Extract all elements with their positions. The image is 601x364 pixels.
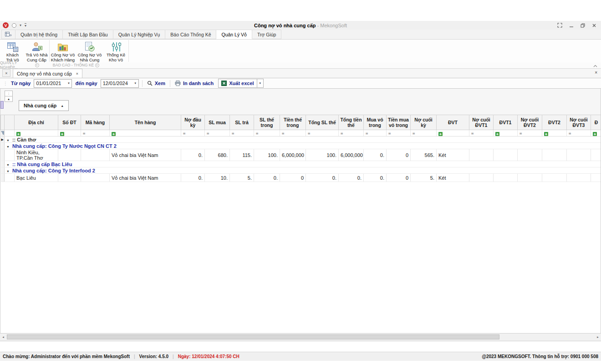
- text-filter-icon[interactable]: a: [438, 132, 443, 136]
- collapse-triangle-icon[interactable]: ▼: [6, 139, 10, 142]
- cell-sl-mua[interactable]: 680.: [205, 149, 230, 161]
- export-excel-button[interactable]: Xuất excel: [219, 79, 256, 87]
- cell-empty[interactable]: [518, 149, 542, 161]
- cell-mua-vo-trong[interactable]: 0.: [364, 149, 387, 161]
- filter-cell[interactable]: =: [469, 130, 494, 136]
- cell-sl-the-trong[interactable]: 100.: [254, 149, 280, 161]
- cell-tien-the-trong[interactable]: 0: [280, 174, 306, 182]
- col-header-sl-the-trong[interactable]: SL thế trong: [254, 115, 280, 130]
- filter-cell[interactable]: =: [306, 130, 339, 136]
- filter-cell-ma-hang[interactable]: =: [81, 130, 110, 136]
- equals-filter-icon[interactable]: =: [256, 131, 258, 136]
- col-header-dvt1[interactable]: ĐVT1: [494, 115, 518, 130]
- tab-application-menu[interactable]: [1, 30, 15, 39]
- from-date-input[interactable]: 01/01/2021 ▼: [34, 79, 72, 88]
- cell-empty[interactable]: [494, 149, 518, 161]
- filter-cell[interactable]: =: [339, 130, 364, 136]
- chevron-down-icon[interactable]: ▼: [66, 80, 71, 87]
- filter-cell[interactable]: a: [591, 130, 601, 136]
- col-header-no-cuoi-dvt1[interactable]: Nợ cuối ĐVT1: [469, 115, 494, 130]
- group-row-cell[interactable]: ▼:: Cần thơ: [5, 136, 601, 143]
- text-filter-icon[interactable]: a: [495, 132, 499, 136]
- equals-filter-icon[interactable]: =: [471, 131, 474, 136]
- col-header-no-dau-ky[interactable]: Nợ đầu kỳ: [181, 115, 205, 130]
- view-button[interactable]: Xem: [146, 81, 167, 86]
- fullscreen-icon[interactable]: [557, 23, 562, 28]
- cell-tien-mua-vo-trong[interactable]: 0: [387, 149, 411, 161]
- tra-vo-nha-cung-cap-button[interactable]: Trả Vỏ Nhà Cung Cấp: [25, 40, 49, 62]
- close-tab-icon[interactable]: ×: [76, 71, 78, 76]
- col-header-sl-mua[interactable]: SL mua: [205, 115, 230, 130]
- col-header-tong-tien-the[interactable]: Tổng tiền thế: [339, 115, 364, 130]
- filter-cell[interactable]: =: [411, 130, 437, 136]
- dialog-launcher-icon[interactable]: [35, 63, 39, 67]
- tab-thiet-lap-ban-dau[interactable]: Thiết Lập Ban Đầu: [63, 30, 113, 39]
- col-header-ma-hang[interactable]: Mã hàng: [81, 115, 110, 130]
- scrollbar-thumb[interactable]: [7, 334, 499, 339]
- close-icon[interactable]: ×: [595, 70, 597, 75]
- cell-empty[interactable]: [591, 174, 601, 182]
- col-header-tien-the-trong[interactable]: Tiền thế trong: [280, 115, 306, 130]
- tab-tro-giup[interactable]: Trợ Giúp: [252, 30, 282, 39]
- cell-empty[interactable]: [494, 174, 518, 182]
- cell-tong-tien-the[interactable]: 6,000,000: [339, 149, 364, 161]
- text-filter-icon[interactable]: a: [16, 132, 20, 136]
- cell-dia-chi[interactable]: Bạc Liêu: [15, 174, 58, 182]
- mekongsoft-logo-icon[interactable]: V: [3, 22, 9, 28]
- collapse-triangle-icon[interactable]: ▼: [6, 163, 10, 167]
- col-header-so-dt[interactable]: Số ĐT: [58, 115, 81, 130]
- text-filter-icon[interactable]: a: [544, 132, 548, 136]
- cell-dia-chi[interactable]: Ninh Kiều,TP.Cần Thơ: [15, 149, 58, 161]
- col-header-sl-tra[interactable]: SL trả: [230, 115, 254, 130]
- group-chip-nha-cung-cap[interactable]: Nhà cung cấp ▲: [19, 100, 69, 111]
- filter-cell[interactable]: =: [364, 130, 387, 136]
- cell-no-dau-ky[interactable]: 0.: [181, 174, 205, 182]
- equals-filter-icon[interactable]: =: [282, 131, 284, 136]
- tab-quan-tri-he-thong[interactable]: Quản trị hệ thống: [15, 30, 63, 39]
- cell-empty[interactable]: [567, 149, 591, 161]
- filter-cell-so-dt[interactable]: a: [58, 130, 81, 136]
- filter-cell[interactable]: =: [254, 130, 280, 136]
- col-header-ten-hang[interactable]: Tên hàng: [110, 115, 181, 130]
- col-header-no-cuoi-dvt3[interactable]: Nợ cuối ĐVT3: [567, 115, 591, 130]
- excel-dropdown-icon[interactable]: ▼: [257, 79, 263, 87]
- filter-cell[interactable]: [5, 130, 15, 136]
- equals-filter-icon[interactable]: =: [366, 131, 368, 136]
- cell-sl-the-trong[interactable]: 0.: [254, 174, 280, 182]
- close-icon[interactable]: [592, 23, 596, 28]
- scroll-left-icon[interactable]: ◄: [0, 334, 6, 339]
- to-date-input[interactable]: 12/01/2024 ▼: [101, 79, 139, 88]
- cell-empty[interactable]: [567, 174, 591, 182]
- record-circle-icon[interactable]: [12, 23, 16, 28]
- tab-quan-ly-vo[interactable]: Quản Lý Vỏ: [216, 30, 252, 39]
- scroll-right-icon[interactable]: ►: [595, 334, 601, 339]
- equals-filter-icon[interactable]: =: [183, 131, 185, 136]
- cell-dvt[interactable]: Két: [437, 174, 469, 182]
- col-header-dia-chi[interactable]: Địa chỉ: [15, 115, 58, 130]
- print-list-button[interactable]: In danh sách: [173, 81, 215, 86]
- cell-empty[interactable]: [518, 174, 542, 182]
- cell-empty[interactable]: [469, 149, 494, 161]
- group-by-panel[interactable]: : ▴ Nhà cung cấp ▲: [0, 89, 601, 115]
- dialog-launcher-icon[interactable]: [95, 63, 99, 67]
- cell-dvt[interactable]: Két: [437, 149, 469, 161]
- cell-sl-mua[interactable]: 10.: [205, 174, 230, 182]
- equals-filter-icon[interactable]: =: [520, 131, 522, 136]
- group-row-cell[interactable]: ▼Nhà cung cấp: Công Ty Interfood 2: [5, 167, 601, 174]
- chevron-down-icon[interactable]: ▾: [20, 24, 21, 27]
- equals-filter-icon[interactable]: =: [207, 131, 209, 136]
- minimize-icon[interactable]: [569, 23, 574, 28]
- thong-ke-kho-vo-button[interactable]: Thống Kê Kho Vỏ: [104, 40, 128, 62]
- cell-no-dau-ky[interactable]: 0.: [181, 149, 205, 161]
- col-header-dvt[interactable]: ĐVT: [437, 115, 469, 130]
- sort-ascending-icon[interactable]: ▲: [61, 104, 64, 107]
- cell-tong-sl-the[interactable]: 100.: [306, 149, 339, 161]
- tab-quan-ly-nghiep-vu[interactable]: Quản Lý Nghiệp Vụ: [113, 30, 166, 39]
- cell-empty[interactable]: [542, 149, 567, 161]
- cell-empty[interactable]: [591, 149, 601, 161]
- filter-cell[interactable]: =: [280, 130, 306, 136]
- cell-tong-sl-the[interactable]: 0.: [306, 174, 339, 182]
- cell-tien-mua-vo-trong[interactable]: 0: [387, 174, 411, 182]
- cell-so-dt[interactable]: [58, 174, 81, 182]
- col-header-tong-sl-the[interactable]: Tổng SL thế: [306, 115, 339, 130]
